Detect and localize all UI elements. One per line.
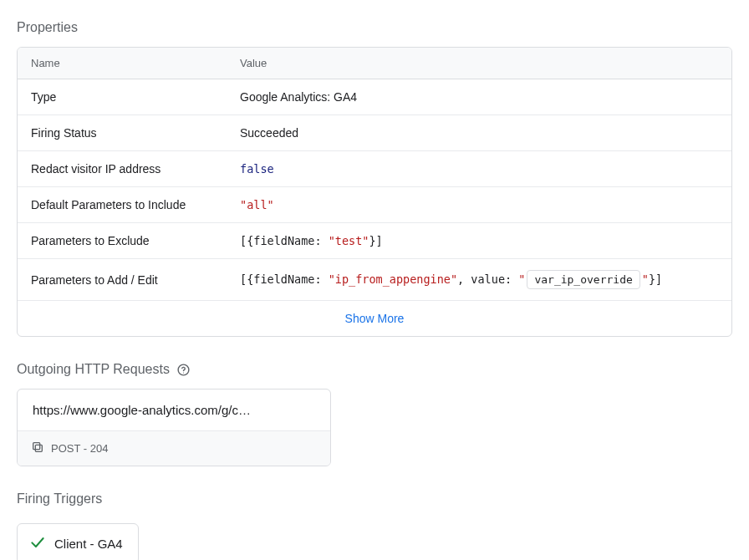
prop-name: Redact visitor IP address [18, 151, 227, 187]
code-text: , value: [457, 272, 518, 286]
copy-icon[interactable] [31, 440, 44, 456]
triggers-heading-text: Firing Triggers [17, 491, 102, 507]
svg-rect-2 [35, 445, 42, 451]
prop-value: false [227, 151, 731, 187]
check-icon [29, 534, 46, 553]
table-row: Default Parameters to Include "all" [18, 187, 731, 223]
prop-name: Parameters to Exclude [18, 223, 227, 259]
properties-heading-text: Properties [17, 20, 78, 35]
http-heading-text: Outgoing HTTP Requests [17, 362, 170, 377]
svg-rect-3 [33, 443, 40, 450]
prop-value: Succeeded [227, 115, 731, 151]
http-request-card[interactable]: https://www.google-analytics.com/g/c… PO… [17, 389, 331, 466]
table-row: Firing Status Succeeded [18, 115, 731, 151]
prop-name: Type [18, 79, 227, 115]
svg-point-1 [183, 372, 184, 373]
table-row: Redact visitor IP address false [18, 151, 731, 187]
prop-value: [{fieldName: "ip_from_appengine", value:… [227, 259, 731, 301]
code-text: }] [369, 234, 382, 247]
prop-name: Default Parameters to Include [18, 187, 227, 223]
code-string: "test" [329, 234, 369, 247]
code-text: [{fieldName: [240, 272, 329, 286]
table-row: Type Google Analytics: GA4 [18, 79, 731, 115]
prop-name: Parameters to Add / Edit [18, 259, 227, 301]
show-more-row: Show More [18, 301, 731, 336]
col-value: Value [227, 48, 731, 79]
code-string: " [518, 272, 525, 286]
prop-name: Firing Status [18, 115, 227, 151]
code-text: }] [649, 272, 662, 286]
http-meta-text: POST - 204 [51, 442, 108, 455]
http-heading: Outgoing HTTP Requests [17, 362, 732, 377]
col-name: Name [18, 48, 227, 79]
properties-table: Name Value Type Google Analytics: GA4 Fi… [17, 47, 732, 337]
code-string: "all" [240, 198, 274, 211]
variable-chip[interactable]: var_ip_override [527, 270, 639, 289]
properties-heading: Properties [17, 20, 732, 35]
prop-value: [{fieldName: "test"}] [227, 223, 731, 259]
help-icon[interactable] [176, 363, 191, 377]
show-more-link[interactable]: Show More [345, 312, 405, 325]
trigger-label: Client - GA4 [54, 537, 123, 551]
code-text: [{fieldName: [240, 234, 329, 247]
code-string: " [642, 272, 649, 286]
triggers-heading: Firing Triggers [17, 491, 732, 507]
table-row: Parameters to Exclude [{fieldName: "test… [18, 223, 731, 259]
code-string: "ip_from_appengine" [329, 272, 457, 286]
prop-value: Google Analytics: GA4 [227, 79, 731, 115]
trigger-chip[interactable]: Client - GA4 [17, 523, 139, 560]
http-url: https://www.google-analytics.com/g/c… [18, 389, 330, 431]
code-keyword: false [240, 162, 274, 176]
http-meta: POST - 204 [18, 431, 330, 466]
table-row: Parameters to Add / Edit [{fieldName: "i… [18, 259, 731, 301]
prop-value: "all" [227, 187, 731, 223]
